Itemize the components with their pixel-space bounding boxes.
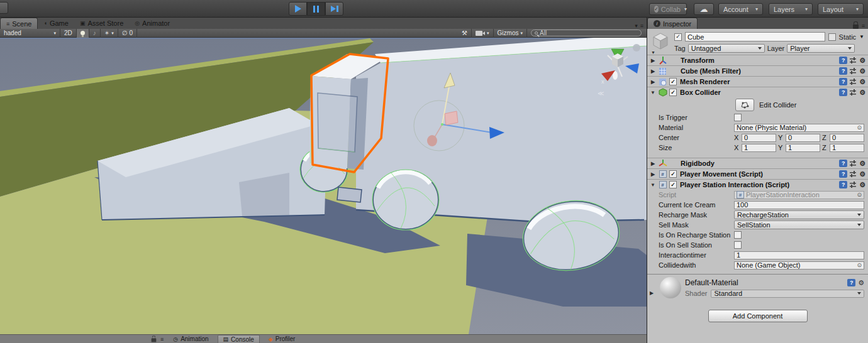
icon-dropdown[interactable]: ▼ [651,50,655,55]
gizmos-dropdown[interactable]: Gizmos▾ [494,29,527,38]
foldout-icon[interactable]: ▶ [650,172,656,177]
help-icon[interactable]: ? [839,89,847,96]
static-dropdown-icon[interactable]: ▼ [859,34,864,40]
help-icon[interactable]: ? [839,57,847,64]
pane-menu-icon[interactable]: ≡ [862,23,864,29]
tab-profiler[interactable]: ◆ Profiler [264,335,301,343]
gear-icon[interactable]: ⚙ [859,68,865,75]
preset-icon[interactable] [850,182,857,188]
tag-dropdown[interactable]: Untagged [688,44,765,53]
tab-game[interactable]: ◖ Game [38,18,74,29]
foldout-icon[interactable]: ▶ [650,58,656,63]
tab-animation[interactable]: ◷ Animation [168,335,213,343]
lock-icon[interactable] [853,24,859,29]
collided-with-field[interactable]: None (Game Object) ⊙ [734,261,864,270]
center-y-field[interactable]: 0 [786,134,820,142]
transform-tool-button[interactable] [0,2,8,14]
object-picker-icon[interactable]: ⊙ [857,125,862,131]
preset-icon[interactable] [850,160,857,166]
gizmos-visibility-button[interactable]: ∅ 0 [118,29,137,38]
current-ice-cream-field[interactable]: 100 [734,201,864,209]
gear-icon[interactable]: ⚙ [859,79,865,85]
preset-icon[interactable] [850,79,857,85]
component-header-transform[interactable]: ▶ Transform ?⚙ [647,55,868,65]
tab-animator[interactable]: ◎ Animator [129,18,175,29]
size-z-field[interactable]: 1 [830,144,864,152]
preset-icon[interactable] [850,57,857,63]
gear-icon[interactable]: ⚙ [858,280,864,286]
help-icon[interactable]: ? [847,279,855,286]
object-picker-icon[interactable]: ⊙ [857,263,862,268]
step-button[interactable] [325,2,343,16]
2d-toggle-button[interactable]: 2D [60,29,77,38]
material-sphere-preview[interactable] [660,277,681,298]
size-x-field[interactable]: 1 [742,144,776,152]
effects-dropdown-button[interactable]: ✶ ▾ [101,29,118,38]
center-z-field[interactable]: 0 [830,134,864,142]
component-checkbox[interactable]: ✓ [669,89,677,96]
preset-icon[interactable] [850,89,857,95]
is-on-recharge-checkbox[interactable] [734,231,742,239]
gear-icon[interactable]: ⚙ [859,89,865,96]
shader-dropdown[interactable]: Standard [711,290,864,298]
name-field[interactable]: Cube [685,32,825,41]
physic-material-field[interactable]: None (Physic Material) ⊙ [734,124,864,132]
static-checkbox[interactable] [828,33,836,41]
help-icon[interactable]: ? [839,181,847,188]
lock-icon[interactable] [152,338,157,342]
collab-button[interactable]: ✓ Collab▾ [649,3,687,15]
size-y-field[interactable]: 1 [786,144,820,152]
add-component-button[interactable]: Add Component [708,310,808,322]
foldout-icon[interactable]: ▶ [650,68,656,74]
foldout-icon[interactable]: ▶ [650,79,656,85]
foldout-icon[interactable]: ▼ [650,182,656,188]
lighting-toggle-button[interactable] [77,29,89,38]
play-button[interactable] [289,2,307,16]
foldout-icon[interactable]: ▶ [650,290,656,298]
gear-icon[interactable]: ⚙ [859,171,865,178]
component-checkbox[interactable]: ✓ [669,170,677,178]
recharge-mask-dropdown[interactable]: RechargeStation [734,210,864,219]
gizmo-plane-handle[interactable] [445,111,458,125]
gear-icon[interactable]: ⚙ [859,57,865,64]
component-checkbox[interactable]: ✓ [669,78,677,85]
component-header-mesh-filter[interactable]: ▶ Cube (Mesh Filter) ?⚙ [647,65,868,76]
cloud-button[interactable]: ☁ [694,3,714,15]
component-header-mesh-renderer[interactable]: ▶ ✓ Mesh Renderer ?⚙ [647,76,868,87]
component-header-box-collider[interactable]: ▼ ✓ Box Collider ?⚙ [647,87,868,97]
tab-scene[interactable]: ≡ Scene [0,18,38,29]
layers-dropdown[interactable]: Layers▾ [769,3,813,15]
edit-collider-button[interactable] [735,99,754,111]
pane-menu-icon[interactable]: ≡ [160,336,163,342]
scene-viewport[interactable]: x ≪ [0,38,647,334]
component-header-rigidbody[interactable]: ▶ Rigidbody ?⚙ [647,158,868,168]
scene-search-input[interactable]: All [531,30,642,36]
active-checkbox[interactable]: ✓ [674,33,682,41]
tab-inspector[interactable]: i Inspector [647,18,698,29]
account-dropdown[interactable]: Account▾ [718,3,763,15]
foldout-icon[interactable]: ▼ [650,90,656,95]
preset-icon[interactable] [850,171,857,177]
tab-asset-store[interactable]: ▣ Asset Store [74,18,129,29]
pause-button[interactable] [307,2,325,16]
component-checkbox[interactable]: ✓ [669,181,677,188]
help-icon[interactable]: ? [839,78,847,85]
component-header-player-station-interaction[interactable]: ▼ # ✓ Player Station Interaction (Script… [647,179,868,190]
is-trigger-checkbox[interactable] [734,114,742,121]
scene-tools-button[interactable]: ⚒ [458,29,472,38]
object-picker-icon[interactable]: ⊙ [857,192,862,198]
is-on-sell-checkbox[interactable] [734,241,742,249]
sell-mask-dropdown[interactable]: SellStation [734,220,864,229]
help-icon[interactable]: ? [839,67,847,75]
script-field[interactable]: # PlayerStationInteraction ⊙ [734,191,864,199]
gear-icon[interactable]: ⚙ [859,160,865,167]
scene-camera-button[interactable]: ▾ [472,29,494,38]
layout-dropdown[interactable]: Layout▾ [818,3,864,15]
component-header-player-movement[interactable]: ▶ # ✓ Player Movement (Script) ?⚙ [647,168,868,179]
tab-console[interactable]: ▤ Console [218,335,260,343]
preset-icon[interactable] [850,68,857,74]
foldout-icon[interactable]: ▶ [650,161,656,166]
pane-menu-icon[interactable]: ▾ [635,23,637,29]
layer-dropdown[interactable]: Player [787,44,855,53]
persp-indicator[interactable]: ≪ [598,90,604,97]
